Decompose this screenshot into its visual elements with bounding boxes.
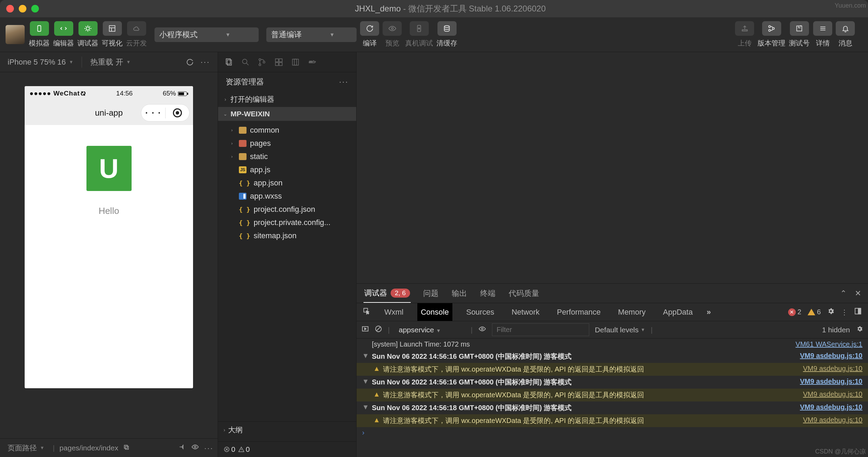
error-count[interactable]: 0 bbox=[224, 445, 235, 454]
realdebug-button[interactable] bbox=[410, 21, 429, 36]
log-source-link[interactable]: VM9 asdebug.js:10 bbox=[800, 352, 862, 360]
svg-rect-19 bbox=[178, 92, 184, 95]
debugger-toggle[interactable] bbox=[78, 21, 98, 36]
inspect-icon[interactable] bbox=[363, 307, 370, 317]
capsule-close-button[interactable] bbox=[166, 108, 190, 117]
outline-section[interactable]: ›大纲 bbox=[218, 421, 356, 438]
devtools-warn-count[interactable]: 6 bbox=[808, 308, 821, 316]
live-expression-icon[interactable] bbox=[478, 325, 486, 334]
simulator-footer: 页面路径▼ | pages/index/index ··· bbox=[0, 438, 218, 457]
devtools-dock-icon[interactable] bbox=[854, 307, 862, 317]
tree-folder-pages[interactable]: ›pages bbox=[218, 137, 356, 150]
version-button[interactable] bbox=[762, 21, 781, 36]
tab-codequality[interactable]: 代码质量 bbox=[508, 284, 540, 303]
log-source-link[interactable]: VM9 asdebug.js:10 bbox=[803, 390, 862, 398]
devtab-sources[interactable]: Sources bbox=[463, 303, 498, 321]
devtab-performance[interactable]: Performance bbox=[553, 303, 604, 321]
docker-icon[interactable] bbox=[308, 58, 317, 67]
user-avatar[interactable] bbox=[6, 25, 25, 44]
db-icon[interactable] bbox=[291, 58, 300, 67]
minimize-button[interactable] bbox=[19, 5, 26, 13]
clearcache-button[interactable] bbox=[437, 21, 457, 36]
svg-rect-45 bbox=[858, 308, 861, 314]
devtools-more-icon[interactable]: ⋮ bbox=[841, 308, 848, 316]
log-source-link[interactable]: VM9 asdebug.js:10 bbox=[803, 365, 862, 373]
devtab-wxml[interactable]: Wxml bbox=[381, 303, 407, 321]
log-source-link[interactable]: VM61 WAService.js:1 bbox=[795, 340, 862, 348]
svg-rect-20 bbox=[187, 93, 188, 95]
mode-select[interactable]: 小程序模式▼ bbox=[155, 27, 259, 42]
devtools-settings-icon[interactable] bbox=[827, 307, 835, 317]
tab-output[interactable]: 输出 bbox=[451, 284, 468, 303]
testno-button[interactable] bbox=[790, 21, 809, 36]
file-tree: ›common ›pages ›static JSapp.js { }app.j… bbox=[218, 121, 356, 245]
visual-button[interactable] bbox=[103, 21, 122, 36]
devtab-appdata[interactable]: AppData bbox=[660, 303, 696, 321]
compile-select[interactable]: 普通编译▼ bbox=[266, 27, 357, 42]
search-icon[interactable] bbox=[241, 58, 250, 67]
tree-file-appjson[interactable]: { }app.json bbox=[218, 176, 356, 190]
tree-file-appjs[interactable]: JSapp.js bbox=[218, 163, 356, 176]
log-source-link[interactable]: VM9 asdebug.js:10 bbox=[800, 377, 862, 385]
compile-button[interactable] bbox=[360, 21, 379, 36]
devtab-network[interactable]: Network bbox=[508, 303, 543, 321]
zoom-button[interactable] bbox=[31, 5, 39, 13]
window-controls bbox=[6, 5, 39, 13]
tab-terminal[interactable]: 终端 bbox=[479, 284, 496, 303]
tree-file-appwxss[interactable]: app.wxss bbox=[218, 190, 356, 203]
devtabs-overflow-icon[interactable]: » bbox=[707, 308, 711, 317]
log-source-link[interactable]: VM9 asdebug.js:10 bbox=[803, 416, 862, 424]
tree-file-sitemap[interactable]: { }sitemap.json bbox=[218, 229, 356, 242]
sim-footer-more-icon[interactable]: ··· bbox=[204, 444, 214, 452]
context-select[interactable]: appservice ▼ bbox=[395, 324, 465, 335]
details-label: 详情 bbox=[816, 39, 830, 48]
autopreview-icon[interactable] bbox=[178, 443, 186, 452]
console-prompt[interactable]: › bbox=[357, 427, 868, 438]
log-source-link[interactable]: VM9 asdebug.js:10 bbox=[800, 403, 862, 411]
tree-folder-static[interactable]: ›static bbox=[218, 150, 356, 163]
devtab-memory[interactable]: Memory bbox=[615, 303, 649, 321]
tab-problems[interactable]: 问题 bbox=[423, 284, 439, 303]
svg-rect-33 bbox=[275, 63, 278, 66]
extensions-icon[interactable] bbox=[274, 58, 283, 67]
tree-file-projconfig[interactable]: { }project.config.json bbox=[218, 203, 356, 216]
capsule-menu-button[interactable]: · · · bbox=[141, 108, 166, 118]
refresh-sim-icon[interactable] bbox=[183, 56, 197, 68]
editor-toggle[interactable] bbox=[54, 21, 73, 36]
hidden-count[interactable]: 1 hidden bbox=[822, 326, 850, 334]
tree-folder-common[interactable]: ›common bbox=[218, 124, 356, 137]
console-sidebar-toggle-icon[interactable] bbox=[361, 325, 369, 334]
close-button[interactable] bbox=[6, 5, 14, 13]
details-button[interactable] bbox=[813, 21, 832, 36]
console-settings-icon[interactable] bbox=[856, 325, 863, 334]
tab-debugger[interactable]: 调试器2, 6 bbox=[364, 284, 411, 303]
tree-file-projprivate[interactable]: { }project.private.config... bbox=[218, 216, 356, 229]
panel-collapse-icon[interactable]: ⌃ bbox=[840, 289, 846, 298]
copy-path-icon[interactable] bbox=[123, 444, 130, 452]
eye-icon[interactable] bbox=[191, 443, 199, 452]
compile-label: 编译 bbox=[363, 39, 377, 48]
project-root[interactable]: ⌄MP-WEIXIN bbox=[218, 107, 356, 121]
sim-more-icon[interactable]: ··· bbox=[197, 56, 214, 69]
git-icon[interactable] bbox=[258, 58, 267, 67]
preview-button[interactable] bbox=[383, 21, 402, 36]
explorer-more-icon[interactable]: ··· bbox=[339, 77, 349, 86]
cloud-button[interactable] bbox=[127, 21, 146, 36]
devtools-error-count[interactable]: ✕2 bbox=[788, 308, 801, 316]
clear-console-icon[interactable] bbox=[375, 325, 382, 334]
console-output[interactable]: [system] Launch Time: 1072 msVM61 WAServ… bbox=[357, 339, 868, 457]
device-select[interactable]: iPhone 5 75% 16▼ bbox=[4, 56, 77, 69]
panel-close-icon[interactable]: ✕ bbox=[855, 289, 861, 298]
pagepath-label[interactable]: 页面路径▼ bbox=[4, 441, 48, 455]
simulator-toggle[interactable] bbox=[30, 21, 49, 36]
devtab-console[interactable]: Console bbox=[417, 303, 452, 321]
console-filter-input[interactable] bbox=[492, 323, 589, 336]
files-icon[interactable] bbox=[224, 58, 233, 67]
time-label: 14:56 bbox=[116, 90, 133, 97]
upload-button[interactable] bbox=[735, 21, 754, 36]
log-level-select[interactable]: Default levels ▼ bbox=[595, 326, 645, 334]
warning-count[interactable]: 0 bbox=[238, 445, 250, 454]
hotreload-toggle[interactable]: 热重载 开▼ bbox=[87, 55, 134, 69]
open-editors-section[interactable]: ›打开的编辑器 bbox=[218, 92, 356, 107]
notify-button[interactable] bbox=[836, 21, 855, 36]
